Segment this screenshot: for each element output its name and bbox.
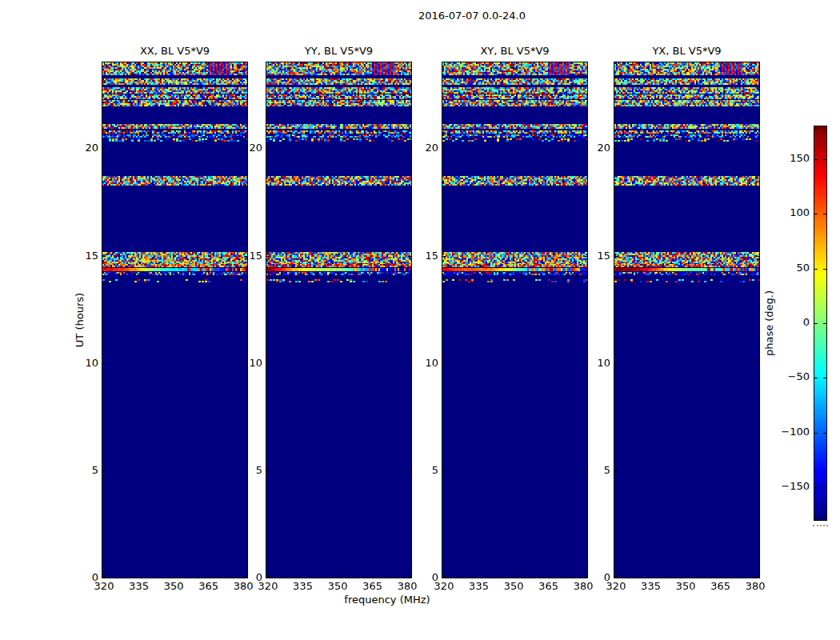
y-tick-label: 10 (582, 357, 610, 370)
colorbar-tick-label: 150 (764, 152, 810, 165)
x-tick-label: 365 (196, 580, 222, 593)
heatmap-canvas-yy (266, 62, 411, 578)
y-tick-label: 10 (234, 357, 262, 370)
x-tick-label: 365 (536, 580, 562, 593)
heatmap-panel-xy (442, 62, 588, 578)
y-tick-label: 15 (582, 250, 610, 262)
x-tick-label: 320 (255, 580, 281, 593)
figure-title: 2016-07-07 0.0-24.0 (224, 10, 720, 22)
heatmap-panel-yx (614, 62, 760, 578)
x-axis-label: frequency (MHz) (307, 594, 467, 606)
x-tick-label: 350 (161, 580, 186, 593)
colorbar-gradient-canvas (814, 126, 826, 520)
x-tick-label: 350 (673, 580, 698, 593)
heatmap-canvas-xy (442, 62, 587, 578)
y-tick-label: 20 (234, 142, 262, 154)
colorbar-tick-label: 100 (764, 206, 810, 219)
y-tick-label: 5 (582, 464, 610, 477)
x-tick-label: 380 (742, 580, 768, 593)
heatmap-canvas-yx (614, 62, 759, 578)
x-tick-label: 335 (638, 580, 664, 593)
panel-title-yy: YY, BL V5*V9 (250, 45, 427, 57)
panel-title-xx: XX, BL V5*V9 (86, 45, 263, 57)
x-tick-label: 320 (91, 580, 117, 593)
colorbar-tick-label: 0 (764, 316, 810, 329)
heatmap-panel-xx (102, 62, 248, 578)
x-tick-label: 320 (431, 580, 457, 593)
y-tick-label: 10 (70, 357, 98, 370)
y-tick-label: 10 (410, 357, 438, 370)
heatmap-canvas-xx (102, 62, 247, 578)
colorbar-frame (814, 126, 827, 521)
x-tick-label: 350 (501, 580, 526, 593)
x-tick-label: 365 (708, 580, 734, 593)
colorbar-tick-label: −150 (764, 480, 810, 493)
y-tick-label: 5 (70, 464, 98, 477)
panel-title-yx: YX, BL V5*V9 (598, 45, 775, 57)
x-tick-label: 335 (466, 580, 492, 593)
x-tick-label: 320 (603, 580, 629, 593)
y-tick-label: 20 (70, 142, 98, 154)
heatmap-panel-yy (266, 62, 412, 578)
y-tick-label: 15 (410, 250, 438, 262)
x-tick-label: 335 (126, 580, 152, 593)
x-tick-label: 365 (360, 580, 386, 593)
colorbar-extend-dots (813, 525, 828, 526)
y-tick-label: 20 (582, 142, 610, 154)
panel-title-xy: XY, BL V5*V9 (426, 45, 603, 57)
y-tick-label: 20 (410, 142, 438, 154)
y-tick-label: 5 (234, 464, 262, 477)
y-tick-label: 15 (70, 250, 98, 262)
x-tick-label: 350 (325, 580, 350, 593)
y-tick-label: 5 (410, 464, 438, 477)
x-tick-label: 335 (290, 580, 316, 593)
colorbar-tick-label: 50 (764, 262, 810, 274)
colorbar-tick-label: −50 (764, 370, 810, 383)
figure: 2016-07-07 0.0-24.0 UT (hours) frequency… (0, 0, 840, 640)
colorbar-tick-label: −100 (764, 426, 810, 438)
y-tick-label: 15 (234, 250, 262, 262)
y-axis-label: UT (hours) (74, 272, 86, 368)
